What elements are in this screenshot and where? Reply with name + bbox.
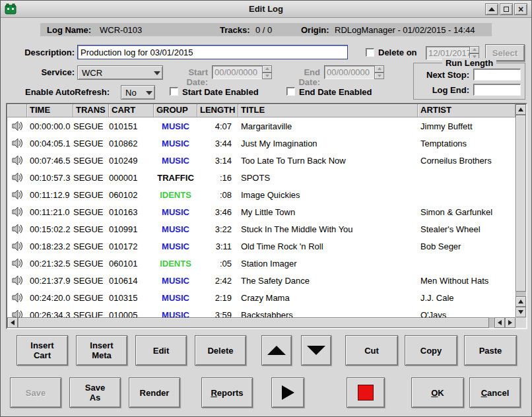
log-table: TIMETRANSCARTGROUPLENGTHTITLEARTIST 00:0… xyxy=(6,103,527,329)
shade-icon[interactable] xyxy=(485,3,498,15)
cut-button[interactable]: Cut xyxy=(345,335,398,366)
scroll-up-icon[interactable] xyxy=(515,296,526,307)
log-name-value: WCR-0103 xyxy=(100,25,142,35)
close-icon[interactable]: × xyxy=(514,3,527,15)
column-header[interactable]: TRANS xyxy=(73,104,109,117)
copy-button[interactable]: Copy xyxy=(405,335,457,366)
cell-artist: J.J. Cale xyxy=(418,293,515,303)
autorefresh-label: Enable AutoRefresh: xyxy=(25,87,110,97)
delete-on-checkbox[interactable] xyxy=(366,48,374,57)
scroll-up-icon[interactable] xyxy=(515,104,526,115)
horizontal-scrollbar[interactable] xyxy=(7,317,515,328)
cell-trans: SEGUE xyxy=(73,207,109,217)
cell-trans: SEGUE xyxy=(73,241,109,251)
scroll-right-icon[interactable] xyxy=(505,317,515,328)
table-row[interactable]: 00:00:00.0SEGUE010151MUSIC4:07Margaritav… xyxy=(7,117,515,135)
cell-length: :16 xyxy=(197,173,238,183)
maximize-icon[interactable] xyxy=(500,3,513,15)
delete-button[interactable]: Delete xyxy=(195,335,246,366)
end-date-enabled-checkbox[interactable] xyxy=(286,87,295,96)
cell-group: MUSIC xyxy=(154,207,197,217)
table-row[interactable]: 00:07:46.5SEGUE010249MUSIC3:14Too Late T… xyxy=(7,152,515,169)
edit-log-window: Edit Log × Log Name: WCR-0103 Tracks: 0 … xyxy=(0,0,532,417)
next-stop-input[interactable] xyxy=(473,69,521,80)
save-as-button[interactable]: Save As xyxy=(69,377,121,408)
table-row[interactable]: 00:10:57.3SEGUE000001TRAFFIC:16SPOTS xyxy=(7,169,515,186)
log-table-header: TIMETRANSCARTGROUPLENGTHTITLEARTIST xyxy=(7,104,515,117)
insert-cart-button[interactable]: Insert Cart xyxy=(17,335,68,366)
paste-button[interactable]: Paste xyxy=(464,335,517,366)
speaker-icon xyxy=(7,172,27,183)
cell-trans: SEGUE xyxy=(73,293,109,303)
cell-artist: Bob Seger xyxy=(418,241,515,251)
cell-length: 3:22 xyxy=(197,224,238,234)
cell-group: IDENTS xyxy=(154,259,197,269)
speaker-icon xyxy=(7,207,27,217)
cell-title: Margaritaville xyxy=(238,121,418,131)
table-row[interactable]: 00:21:32.5SEGUE060101IDENTS:05Station Im… xyxy=(7,255,515,272)
column-header[interactable] xyxy=(7,104,27,117)
column-header[interactable]: TITLE xyxy=(238,104,418,117)
stop-button[interactable] xyxy=(347,377,385,408)
table-row[interactable]: 00:15:02.2SEGUE010991MUSIC3:22Stuck In T… xyxy=(7,220,515,238)
move-down-button[interactable] xyxy=(301,335,331,366)
cell-artist: Stealer's Wheel xyxy=(418,224,515,234)
column-header[interactable]: ARTIST xyxy=(418,104,515,117)
cell-artist: Jimmy Buffett xyxy=(418,121,515,131)
edit-button[interactable]: Edit xyxy=(135,335,187,366)
column-header[interactable]: CART xyxy=(109,104,154,117)
cell-length: 2:42 xyxy=(197,276,238,286)
column-header[interactable]: LENGTH xyxy=(197,104,238,117)
start-date-enabled-checkbox[interactable] xyxy=(170,87,178,96)
cell-title: Station Imager xyxy=(238,259,418,269)
insert-meta-button[interactable]: Insert Meta xyxy=(76,335,127,366)
reports-button[interactable]: Reports xyxy=(201,377,253,408)
cell-length: 3:11 xyxy=(197,241,238,251)
service-combobox[interactable]: WCR xyxy=(77,65,163,80)
table-row[interactable]: 00:18:23.2SEGUE010172MUSIC3:11Old Time R… xyxy=(7,238,515,255)
run-length-group: Run Length Next Stop: Log End: xyxy=(413,63,525,100)
cell-artist: Temptations xyxy=(418,139,515,148)
ok-button[interactable]: OK xyxy=(411,377,464,408)
tracks-label: Tracks: xyxy=(220,25,250,35)
spin-down-icon xyxy=(374,73,384,80)
table-row[interactable]: 00:21:37.9SEGUE010614MUSIC2:42The Safety… xyxy=(7,272,515,289)
scroll-left-icon[interactable] xyxy=(494,317,505,328)
vertical-scrollbar[interactable] xyxy=(515,104,526,317)
column-header[interactable]: TIME xyxy=(27,104,73,117)
table-row[interactable]: 00:24:20.0SEGUE010315MUSIC2:19Crazy Mama… xyxy=(7,289,515,306)
play-button[interactable] xyxy=(271,377,304,408)
horizontal-scrollbar-thumb[interactable] xyxy=(18,317,489,328)
cell-trans: SEGUE xyxy=(73,173,109,183)
cell-time: 00:15:02.2 xyxy=(27,224,73,234)
move-up-button[interactable] xyxy=(261,335,292,366)
cell-trans: SEGUE xyxy=(73,121,109,131)
cell-cart: 010151 xyxy=(109,121,154,131)
column-header[interactable]: GROUP xyxy=(154,104,197,117)
cell-title: My Little Town xyxy=(238,207,418,217)
description-input[interactable] xyxy=(77,45,348,59)
cancel-button[interactable]: Cancel xyxy=(469,377,521,408)
window-title: Edit Log xyxy=(1,4,531,14)
cell-length: 3:44 xyxy=(197,139,238,148)
table-row[interactable]: 00:11:12.9SEGUE060102IDENTS:08Image Quic… xyxy=(7,186,515,203)
scroll-down-icon[interactable] xyxy=(515,307,526,317)
log-end-input[interactable] xyxy=(473,84,521,96)
run-length-title: Run Length xyxy=(442,58,496,68)
cell-time: 00:04:05.1 xyxy=(27,139,73,148)
vertical-scrollbar-thumb[interactable] xyxy=(515,115,526,292)
cell-group: MUSIC xyxy=(154,276,197,286)
autorefresh-combobox[interactable]: No xyxy=(121,85,155,100)
table-row[interactable]: 00:11:21.0SEGUE010163MUSIC3:46My Little … xyxy=(7,203,515,220)
cell-group: MUSIC xyxy=(154,310,197,318)
cell-length: 3:14 xyxy=(197,156,238,166)
scroll-left-icon[interactable] xyxy=(7,317,18,328)
table-row[interactable]: 00:26:34.3SEGUE010005MUSIC3:59Backstabbe… xyxy=(7,306,515,317)
titlebar[interactable]: Edit Log × xyxy=(1,1,531,18)
description-label: Description: xyxy=(14,48,75,57)
table-row[interactable]: 00:04:05.1SEGUE010862MUSIC3:44Just My Im… xyxy=(7,135,515,152)
cell-time: 00:26:34.3 xyxy=(27,310,73,318)
render-button[interactable]: Render xyxy=(129,377,180,408)
speaker-icon xyxy=(7,155,27,166)
cell-group: MUSIC xyxy=(154,156,197,166)
